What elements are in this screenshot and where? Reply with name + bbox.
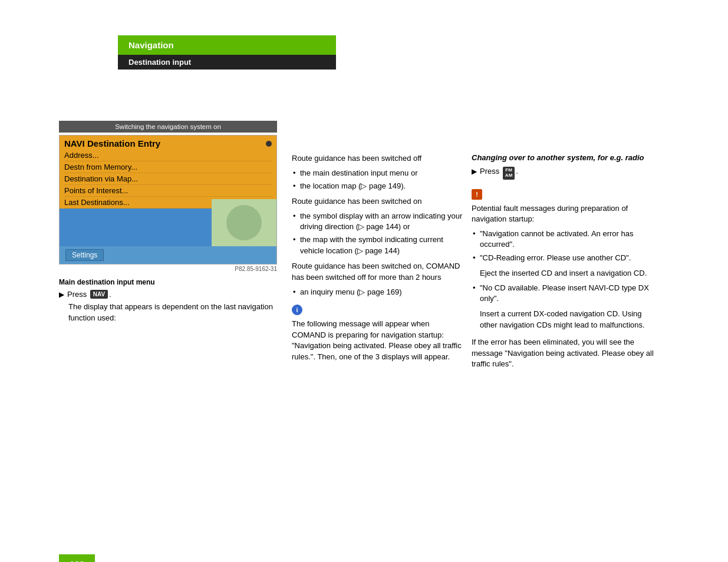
navi-map-area <box>212 199 276 246</box>
dest-header: Destination input <box>118 55 336 70</box>
bullet-inquiry-menu: an inquiry menu (▷ page 169) <box>292 287 463 297</box>
navi-item-3: Destination via Map... <box>64 173 272 185</box>
press-suffix-right: . <box>516 167 518 176</box>
switch-box-label: Switching the navigation system on <box>59 121 277 133</box>
press-label-right: Press <box>480 167 499 176</box>
warn-bullet3-list: "No CD available. Please insert NAVI-CD … <box>472 283 660 304</box>
warn-intro: Potential fault messages during preparat… <box>472 203 660 226</box>
page-container: Navigation Destination input Switching t… <box>0 35 728 562</box>
nav-header: Navigation <box>118 35 336 55</box>
press-fm-item: ▶ Press FM AM . <box>472 167 660 180</box>
arrow-icon: ▶ <box>59 290 64 299</box>
route-off-para: Route guidance has been switched off <box>292 153 463 164</box>
navi-map-circle <box>226 205 262 240</box>
bullet-symbol-display: the symbol display with an arrow indicat… <box>292 211 463 232</box>
navi-item-1: Address... <box>64 150 272 161</box>
navi-bullet <box>266 141 272 147</box>
main-dest-label: Main destination input menu <box>59 278 277 286</box>
route-on-para: Route guidance has been switched on <box>292 196 463 207</box>
eject-text: Eject the inserted CD and insert a navig… <box>472 268 660 279</box>
bullet-main-dest: the main destination input menu or <box>292 168 463 178</box>
warn-bullet-2: "CD-Reading error. Please use another CD… <box>472 253 660 263</box>
press-suffix: . <box>109 290 111 299</box>
caption: P82.85-9162-31 <box>59 266 277 272</box>
inquiry-bullets: an inquiry menu (▷ page 169) <box>292 287 463 297</box>
navi-title: NAVI Destination Entry <box>64 138 160 148</box>
press-label: Press <box>67 290 87 299</box>
route-on-bullets: the symbol display with an arrow indicat… <box>292 211 463 256</box>
route-on-comand-off-para: Route guidance has been switched on, COM… <box>292 261 463 283</box>
bullet-location-map: the location map (▷ page 149). <box>292 181 463 191</box>
insert-text: Insert a current DX-coded navigation CD.… <box>472 309 660 331</box>
navi-title-bar: NAVI Destination Entry <box>60 135 276 150</box>
right-column: Changing over to another system, for e.g… <box>472 153 660 373</box>
nav-button: NAV <box>90 290 108 299</box>
info-icon: i <box>292 305 302 315</box>
bullet-map-symbol: the map with the symbol indicating curre… <box>292 234 463 256</box>
warn-bullet-3: "No CD available. Please insert NAVI-CD … <box>472 283 660 304</box>
middle-column: Route guidance has been switched off the… <box>292 153 463 366</box>
navi-item-2: Destn from Memory... <box>64 161 272 173</box>
route-off-bullets: the main destination input menu or the l… <box>292 168 463 191</box>
navi-item-4: Points of Interest... <box>64 185 272 197</box>
page-number: 122 <box>59 554 95 562</box>
warn-bullet-1: "Navigation cannot be activated. An erro… <box>472 229 660 250</box>
navi-screenshot: NAVI Destination Entry Address... Destn … <box>59 135 277 265</box>
press-nav-item: ▶ Press NAV . <box>59 290 277 299</box>
footer-text: If the error has been eliminated, you wi… <box>472 337 660 371</box>
left-column: Switching the navigation system on NAVI … <box>59 121 277 328</box>
fm-am-button: FM AM <box>503 167 515 180</box>
am-label: AM <box>505 173 512 178</box>
info-text: The following message will appear when C… <box>292 319 463 363</box>
display-text: The display that appears is dependent on… <box>59 302 277 324</box>
navi-bottom-bar: Settings <box>60 246 276 264</box>
navi-settings-btn: Settings <box>65 249 104 261</box>
warn-bullets: "Navigation cannot be activated. An erro… <box>472 229 660 263</box>
warn-icon: ! <box>472 189 482 200</box>
arrow-icon-2: ▶ <box>472 167 477 176</box>
change-system-title: Changing over to another system, for e.g… <box>472 153 660 162</box>
